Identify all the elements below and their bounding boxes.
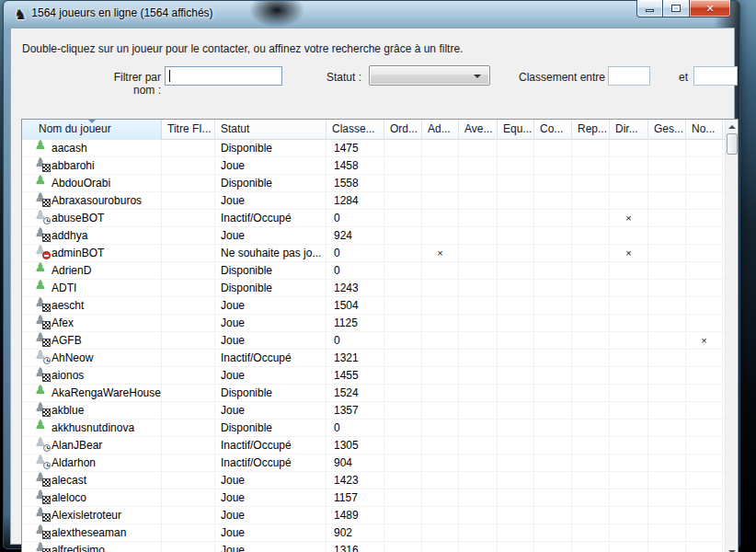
scroll-down-button[interactable]	[727, 546, 738, 552]
player-name: AGFB	[52, 334, 82, 347]
player-name-cell: ♟addhya	[22, 227, 162, 245]
rating-max-input[interactable]	[693, 66, 738, 86]
player-flag-cell	[498, 524, 534, 542]
player-flag-cell	[384, 385, 422, 402]
filter-name-input[interactable]	[165, 66, 282, 86]
maximize-icon	[671, 5, 681, 12]
player-flag-cell	[459, 245, 498, 262]
column-header-ad[interactable]: Ad...	[422, 120, 459, 140]
player-fide-title	[162, 489, 215, 507]
player-status-pawn-icon: ♟	[35, 507, 49, 522]
player-rating: 1157	[326, 489, 384, 507]
status-dropdown[interactable]	[369, 65, 490, 86]
table-row[interactable]: ♟addhya Joue 924	[22, 227, 725, 245]
maximize-button[interactable]	[663, 0, 689, 17]
player-name-cell: ♟alecast	[22, 472, 162, 489]
player-flag-cell	[534, 210, 572, 227]
player-flag-cell	[686, 420, 723, 437]
table-row[interactable]: ♟Afex Joue 1125	[22, 315, 725, 332]
column-header-ave[interactable]: Ave...	[459, 120, 498, 140]
status-badge	[42, 478, 51, 487]
player-status-pawn-icon: ♟	[35, 542, 49, 552]
player-status-pawn-icon: ♟	[35, 420, 49, 434]
player-flag-cell	[422, 157, 459, 175]
player-flag-cell	[384, 140, 422, 157]
scrollbar-thumb[interactable]	[727, 133, 738, 155]
column-header-no[interactable]: No...	[686, 120, 723, 140]
column-header-dir[interactable]: Dir...	[610, 120, 648, 140]
table-row[interactable]: ♟AhNeow Inactif/Occupé 1321	[22, 350, 725, 367]
player-flag-cell	[686, 315, 723, 332]
table-row[interactable]: ♟ADTI Disponible 1243	[22, 280, 725, 297]
table-row[interactable]: ♟Aldarhon Inactif/Occupé 904	[22, 454, 725, 472]
player-flag-cell	[648, 192, 686, 210]
player-flag-cell	[648, 472, 686, 489]
player-status: Inactif/Occupé	[215, 350, 326, 367]
player-name-cell: ♟AGFB	[22, 332, 162, 350]
table-row[interactable]: ♟aacash Disponible 1475	[22, 140, 725, 157]
column-header-ord[interactable]: Ord...	[384, 120, 422, 140]
player-status-pawn-icon: ♟	[35, 157, 49, 172]
table-row[interactable]: ♟akblue Joue 1357	[22, 402, 725, 420]
player-name: adminBOT	[52, 247, 104, 259]
player-flag-cell	[422, 402, 459, 420]
player-flag-cell	[534, 280, 572, 297]
player-name: AhNeow	[52, 351, 93, 364]
table-row[interactable]: ♟akkhusnutdinova Disponible 0	[22, 420, 725, 437]
table-row[interactable]: ♟AlanJBear Inactif/Occupé 1305	[22, 437, 725, 454]
player-name: AlanJBear	[52, 439, 102, 452]
player-status: Joue	[215, 402, 326, 420]
column-header-co[interactable]: Co...	[534, 120, 572, 140]
player-flag-cell	[572, 245, 610, 262]
table-row[interactable]: ♟alecast Joue 1423	[22, 472, 725, 489]
player-flag-cell	[572, 524, 610, 542]
table-row[interactable]: ♟Abraxasouroburos Joue 1284	[22, 192, 725, 210]
column-header-titre-fide[interactable]: Titre FI...	[162, 120, 215, 140]
table-row[interactable]: ♟abbarohi Joue 1458	[22, 157, 725, 175]
column-header-equ[interactable]: Equ...	[498, 120, 534, 140]
table-row[interactable]: ♟aionos Joue 1455	[22, 367, 725, 385]
status-badge	[43, 462, 51, 469]
player-name-cell: ♟Alexisletroteur	[22, 507, 162, 524]
table-row[interactable]: ♟AdrienD Disponible 0	[22, 262, 725, 280]
rating-min-input[interactable]	[608, 66, 650, 86]
minimize-icon	[646, 9, 654, 12]
table-row[interactable]: ♟AbdouOrabi Disponible 1558	[22, 175, 725, 192]
player-flag-cell	[534, 332, 572, 350]
player-flag-cell	[422, 489, 459, 507]
player-flag-cell	[384, 297, 422, 315]
table-row[interactable]: ♟aleloco Joue 1157	[22, 489, 725, 507]
player-flag-cell	[422, 227, 459, 245]
player-flag-cell	[498, 402, 534, 420]
table-row[interactable]: ♟aescht Joue 1504	[22, 297, 725, 315]
table-row[interactable]: ♟alfredisimo Joue 1316	[22, 542, 725, 552]
player-rating: 0	[326, 420, 384, 437]
column-header-classement[interactable]: Classe...	[326, 120, 384, 140]
player-flag-cell	[648, 420, 686, 437]
player-flag-cell	[686, 245, 723, 262]
column-header-ges[interactable]: Ges...	[648, 120, 686, 140]
player-flag-cell	[534, 507, 572, 524]
close-button[interactable]: ✕	[689, 0, 731, 17]
player-flag-cell	[686, 385, 723, 402]
scroll-up-button[interactable]	[727, 121, 738, 132]
table-row[interactable]: ♟AGFB Joue 0 ×	[22, 332, 725, 350]
minimize-button[interactable]	[636, 0, 663, 17]
table-row[interactable]: ♟alextheseaman Joue 902	[22, 524, 725, 542]
player-status: Joue	[215, 227, 326, 245]
column-header-nom-du-joueur[interactable]: Nom du joueur	[22, 120, 162, 140]
player-flag-cell	[534, 350, 572, 367]
player-status: Ne souhaite pas jo...	[215, 245, 326, 262]
vertical-scrollbar[interactable]	[725, 120, 738, 552]
player-flag-cell	[572, 437, 610, 454]
player-rating: 0	[326, 332, 384, 350]
column-header-statut[interactable]: Statut	[215, 120, 326, 140]
player-status-pawn-icon: ♟	[35, 350, 49, 364]
table-row[interactable]: ♟adminBOT Ne souhaite pas jo... 0 ××	[22, 245, 725, 262]
titlebar[interactable]: ♞ 1564 joueurs en ligne (1564 affichés) …	[4, 1, 739, 29]
table-row[interactable]: ♟AkaRengaWareHouse Disponible 1524	[22, 385, 725, 402]
table-row[interactable]: ♟abuseBOT Inactif/Occupé 0 ×	[22, 210, 725, 227]
column-header-rep[interactable]: Rep...	[572, 120, 610, 140]
table-row[interactable]: ♟Alexisletroteur Joue 1489	[22, 507, 725, 524]
player-status: Disponible	[215, 262, 326, 280]
